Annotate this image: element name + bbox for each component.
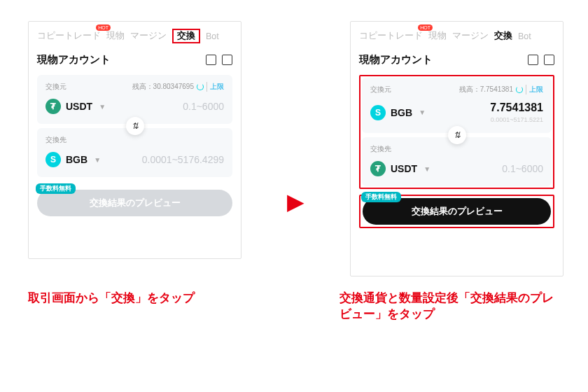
account-title: 現物アカウント [37, 53, 111, 66]
swap-direction-button[interactable]: ⇅ [126, 117, 144, 135]
chevron-down-icon: ▼ [99, 103, 106, 111]
from-amount-input[interactable]: 7.7541381 [490, 102, 543, 114]
tab-copytrade[interactable]: コピートレードHOT [37, 29, 101, 43]
from-amount-input[interactable]: 0.1~6000 [183, 101, 224, 112]
tab-margin[interactable]: マージン [452, 29, 489, 43]
chevron-down-icon: ▼ [94, 156, 101, 164]
fee-free-badge: 手数料無料 [361, 192, 401, 202]
usdt-icon: ₮ [370, 161, 386, 176]
tab-bot[interactable]: Bot [206, 30, 219, 43]
swap-direction-button[interactable]: ⇅ [448, 126, 466, 144]
to-amount-output: 0.0001~5176.4299 [142, 154, 224, 165]
usdt-icon: ₮ [46, 99, 61, 114]
preview-button[interactable]: 手数料無料 交換結果のプレビュー [37, 190, 232, 216]
tab-bar: コピートレードHOT 現物 マージン 交換 Bot [359, 29, 554, 43]
transfer-icon[interactable] [528, 55, 538, 65]
to-token-selector[interactable]: S BGB ▼ [46, 152, 101, 167]
bgb-icon: S [370, 105, 386, 120]
history-icon[interactable] [222, 55, 232, 65]
from-token-selector[interactable]: ₮ USDT ▼ [46, 99, 106, 114]
refresh-icon[interactable] [197, 83, 204, 90]
phone-left: コピートレードHOT 現物 マージン 交換 Bot 現物アカウント 交換元 [28, 21, 241, 259]
from-label: 交換元 [370, 85, 391, 94]
history-icon[interactable] [544, 55, 554, 65]
preview-button[interactable]: 手数料無料 交換結果のプレビュー [363, 198, 551, 225]
to-label: 交換先 [46, 135, 66, 145]
refresh-icon[interactable] [516, 86, 523, 93]
chevron-down-icon: ▼ [424, 165, 430, 173]
preview-highlight: 手数料無料 交換結果のプレビュー [359, 195, 554, 228]
max-button[interactable]: 上限 [206, 82, 224, 92]
to-token-selector[interactable]: ₮ USDT ▼ [370, 161, 430, 176]
tab-swap[interactable]: 交換 [494, 29, 512, 43]
to-card: 交換先 S BGB ▼ 0.0001~5176.4299 [37, 128, 232, 177]
caption-right: 交換通貨と数量設定後「交換結果のプレビュー」をタップ [340, 290, 564, 323]
to-amount-output: 0.1~6000 [502, 163, 543, 174]
bgb-icon: S [46, 152, 61, 167]
from-balance: 残高：7.7541381 [459, 85, 513, 94]
to-card: 交換先 ₮ USDT ▼ 0.1~6000 [362, 137, 552, 186]
from-card: 交換元 残高：7.7541381 上限 S BGB ▼ [362, 78, 552, 133]
chevron-down-icon: ▼ [419, 108, 426, 116]
tab-swap[interactable]: 交換 [172, 29, 200, 43]
caption-left: 取引画面から「交換」をタップ [28, 290, 252, 323]
tab-margin[interactable]: マージン [130, 29, 167, 43]
fee-free-badge: 手数料無料 [36, 183, 76, 194]
tab-spot[interactable]: 現物 [106, 29, 125, 43]
tab-bot[interactable]: Bot [518, 30, 531, 43]
account-title: 現物アカウント [359, 53, 433, 66]
tab-spot[interactable]: 現物 [428, 29, 447, 43]
tab-bar: コピートレードHOT 現物 マージン 交換 Bot [37, 29, 232, 43]
from-balance: 残高：30.80347695 [132, 82, 194, 92]
tab-copytrade[interactable]: コピートレードHOT [359, 29, 423, 43]
from-token-selector[interactable]: S BGB ▼ [370, 105, 426, 120]
max-button[interactable]: 上限 [526, 85, 543, 94]
to-label: 交換先 [370, 144, 391, 154]
from-label: 交換元 [46, 82, 66, 92]
arrow-right-icon: ▶ [287, 188, 304, 215]
transfer-icon[interactable] [206, 55, 216, 65]
from-range: 0.0001~5171.5221 [490, 116, 543, 123]
swap-area-highlight: 交換元 残高：7.7541381 上限 S BGB ▼ [359, 75, 554, 189]
phone-right: コピートレードHOT 現物 マージン 交換 Bot 現物アカウント 交換元 [350, 21, 564, 276]
